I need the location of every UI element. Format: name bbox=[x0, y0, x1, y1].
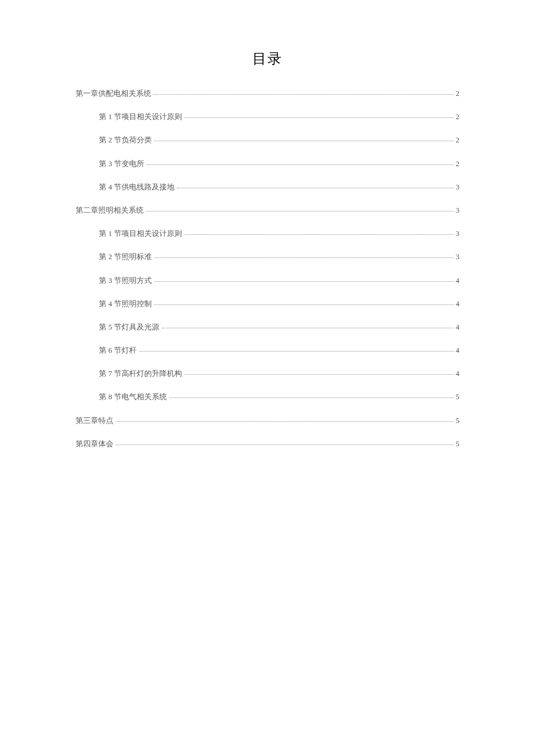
toc-entry: 第 6 节灯杆4 bbox=[76, 345, 459, 356]
toc-entry: 第 1 节项目相关设计原则2 bbox=[76, 112, 459, 122]
toc-entry-page: 2 bbox=[456, 88, 460, 99]
toc-leader-dots bbox=[162, 328, 454, 328]
toc-entry-label: 第 3 节照明方式 bbox=[99, 275, 152, 286]
toc-leader-dots bbox=[184, 117, 454, 118]
toc-entry: 第 1 节项目相关设计原则3 bbox=[76, 228, 459, 239]
toc-leader-dots bbox=[154, 304, 454, 305]
toc-entry: 第 2 节照明标准3 bbox=[76, 252, 459, 262]
toc-leader-dots bbox=[154, 281, 454, 282]
toc-entry-label: 第 4 节照明控制 bbox=[99, 299, 152, 309]
toc-leader-dots bbox=[184, 374, 454, 375]
toc-entry: 第 3 节变电所2 bbox=[76, 159, 459, 169]
toc-title: 目录 bbox=[76, 49, 459, 68]
toc-entry-page: 5 bbox=[456, 392, 460, 402]
toc-entry: 第 4 节照明控制4 bbox=[76, 299, 459, 309]
toc-leader-dots bbox=[154, 94, 454, 95]
toc-entry-page: 5 bbox=[456, 415, 460, 426]
toc-leader-dots bbox=[147, 164, 454, 165]
toc-entry: 第三章特点5 bbox=[76, 415, 459, 426]
toc-entry-label: 第二章照明相关系统 bbox=[76, 205, 144, 216]
toc-entry-page: 3 bbox=[456, 252, 460, 262]
toc-leader-dots bbox=[177, 188, 454, 188]
toc-entry-label: 第 3 节变电所 bbox=[99, 159, 144, 169]
toc-leader-dots bbox=[154, 141, 454, 141]
toc-entry-label: 第 6 节灯杆 bbox=[99, 345, 137, 356]
toc-entry: 第一章供配电相关系统2 bbox=[76, 88, 459, 99]
toc-entry-label: 第 2 节负荷分类 bbox=[99, 135, 152, 145]
toc-entry-page: 4 bbox=[456, 275, 460, 286]
toc-leader-dots bbox=[116, 445, 454, 445]
toc-entry: 第 4 节供电线路及接地3 bbox=[76, 182, 459, 192]
toc-entry-page: 2 bbox=[456, 112, 460, 122]
toc-entry-label: 第三章特点 bbox=[76, 415, 113, 426]
toc-leader-dots bbox=[184, 234, 454, 235]
toc-entry-label: 第 5 节灯具及光源 bbox=[99, 322, 159, 332]
toc-entry-page: 3 bbox=[456, 205, 460, 216]
toc-entry-label: 第 1 节项目相关设计原则 bbox=[99, 228, 182, 239]
toc-leader-dots bbox=[169, 397, 454, 398]
toc-entry-label: 第 1 节项目相关设计原则 bbox=[99, 112, 182, 122]
toc-entry: 第 7 节高杆灯的升降机构4 bbox=[76, 368, 459, 379]
toc-list: 第一章供配电相关系统2第 1 节项目相关设计原则2第 2 节负荷分类2第 3 节… bbox=[76, 88, 459, 449]
toc-entry: 第四章体会5 bbox=[76, 439, 459, 449]
toc-entry: 第 3 节照明方式4 bbox=[76, 275, 459, 286]
toc-leader-dots bbox=[146, 211, 454, 212]
toc-entry-page: 2 bbox=[456, 135, 460, 145]
toc-entry: 第 2 节负荷分类2 bbox=[76, 135, 459, 145]
toc-leader-dots bbox=[154, 257, 454, 258]
toc-leader-dots bbox=[116, 421, 454, 422]
toc-entry-page: 4 bbox=[456, 345, 460, 356]
toc-entry-label: 第四章体会 bbox=[76, 439, 113, 449]
toc-entry-page: 3 bbox=[456, 228, 460, 239]
toc-entry-page: 2 bbox=[456, 159, 460, 169]
toc-entry-page: 5 bbox=[456, 439, 460, 449]
toc-entry-label: 第 8 节电气相关系统 bbox=[99, 392, 167, 402]
toc-entry-label: 第 4 节供电线路及接地 bbox=[99, 182, 174, 192]
toc-entry-label: 第 2 节照明标准 bbox=[99, 252, 152, 262]
toc-entry-page: 3 bbox=[456, 182, 460, 192]
toc-entry: 第二章照明相关系统3 bbox=[76, 205, 459, 216]
toc-entry-page: 4 bbox=[456, 322, 460, 332]
toc-entry-page: 4 bbox=[456, 368, 460, 379]
toc-leader-dots bbox=[139, 351, 454, 352]
toc-entry: 第 8 节电气相关系统5 bbox=[76, 392, 459, 402]
toc-entry-page: 4 bbox=[456, 299, 460, 309]
toc-entry-label: 第一章供配电相关系统 bbox=[76, 88, 151, 99]
toc-entry-label: 第 7 节高杆灯的升降机构 bbox=[99, 368, 182, 379]
toc-entry: 第 5 节灯具及光源4 bbox=[76, 322, 459, 332]
